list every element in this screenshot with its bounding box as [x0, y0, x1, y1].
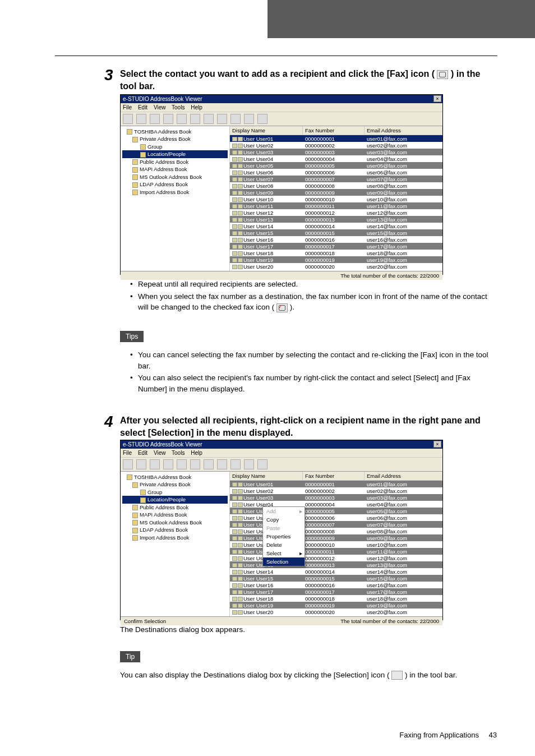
list-row[interactable]: User User160000000016user16@fax.com — [230, 582, 442, 588]
ctx-paste[interactable]: Paste — [263, 524, 305, 532]
toolbar-btn[interactable] — [136, 459, 146, 469]
tree-ms: MS Outlook Address Book — [122, 519, 228, 526]
toolbar-btn[interactable] — [244, 459, 254, 469]
toolbar-btn[interactable] — [217, 114, 227, 124]
menu-tools[interactable]: Tools — [172, 104, 185, 110]
list-row[interactable]: User User120000000012user12@fax.com — [230, 209, 442, 216]
list-row[interactable]: User User030000000003user03@fax.com — [230, 149, 442, 155]
list-row[interactable]: User User110000000011user11@fax.com — [230, 548, 442, 555]
list-row[interactable]: User User170000000017user17@fax.com — [230, 588, 442, 595]
toolbar-btn[interactable] — [150, 459, 160, 469]
col-displayname[interactable]: Display Name — [230, 472, 303, 480]
list-row[interactable]: User User060000000006user06@fax.com — [230, 514, 442, 521]
menubar[interactable]: File Edit View Tools Help — [121, 449, 442, 458]
toolbar-btn[interactable] — [257, 459, 268, 469]
list-row[interactable]: User User100000000010user10@fax.com — [230, 541, 442, 548]
toolbar-btn[interactable] — [123, 459, 133, 469]
toolbar-btn[interactable] — [123, 114, 133, 124]
list-row[interactable]: User User170000000017user17@fax.com — [230, 243, 442, 250]
list-row[interactable]: User User010000000001user01@fax.com — [230, 481, 442, 487]
fax-toolbar-icon[interactable] — [230, 114, 241, 124]
menu-help[interactable]: Help — [191, 450, 202, 456]
step-3-number: 3 — [104, 66, 113, 84]
list-row[interactable]: User User180000000018user18@fax.com — [230, 595, 442, 602]
list-row[interactable]: User User140000000014user14@fax.com — [230, 568, 442, 575]
col-email[interactable]: Email Address — [365, 472, 442, 480]
ctx-copy[interactable]: Copy — [263, 515, 305, 524]
menubar[interactable]: File Edit View Tools Help — [121, 103, 442, 112]
address-tree[interactable]: TOSHIBA Address Book Private Address Boo… — [121, 472, 230, 616]
list-row[interactable]: User User200000000020user20@fax.com — [230, 609, 442, 615]
list-row[interactable]: User User060000000006user06@fax.com — [230, 169, 442, 176]
close-icon[interactable]: × — [433, 441, 441, 448]
list-row[interactable]: User User100000000010user10@fax.com — [230, 196, 442, 202]
list-row[interactable]: User User080000000008user08@fax.com — [230, 182, 442, 189]
menu-view[interactable]: View — [154, 450, 166, 456]
fax-toolbar-icon[interactable] — [230, 459, 241, 469]
close-icon[interactable]: × — [433, 95, 441, 102]
list-row[interactable]: User User020000000002user02@fax.com — [230, 142, 442, 149]
menu-help[interactable]: Help — [191, 104, 202, 110]
contact-list[interactable]: Display Name Fax Number Email Address Us… — [230, 126, 442, 271]
ctx-add[interactable]: Add▸ — [263, 507, 305, 515]
step3-bullets: Repeat until all required recipients are… — [130, 279, 497, 314]
list-row[interactable]: User User040000000004user04@fax.com — [230, 155, 442, 162]
list-row[interactable]: User User090000000009user09@fax.com — [230, 189, 442, 196]
list-row[interactable]: User User190000000019user19@fax.com — [230, 602, 442, 609]
list-row[interactable]: User User190000000019user19@fax.com — [230, 256, 442, 263]
ctx-delete[interactable]: Delete — [263, 541, 305, 549]
ctx-selection[interactable]: Selection — [263, 557, 305, 566]
col-faxnumber[interactable]: Fax Number — [303, 126, 365, 135]
context-menu[interactable]: Add▸ Copy Paste Properties Delete Select… — [262, 506, 305, 566]
list-row[interactable]: User User160000000016user16@fax.com — [230, 236, 442, 243]
toolbar-btn[interactable] — [163, 459, 173, 469]
horizontal-rule — [55, 56, 497, 56]
list-row[interactable]: User User070000000007user07@fax.com — [230, 521, 442, 528]
list-row[interactable]: User User130000000013user13@fax.com — [230, 561, 442, 568]
list-row[interactable]: User User030000000003user03@fax.com — [230, 494, 442, 501]
address-tree[interactable]: TOSHIBA Address Book Private Address Boo… — [121, 126, 230, 271]
toolbar-btn[interactable] — [190, 114, 200, 124]
list-row[interactable]: User User050000000005user05@fax.com — [230, 162, 442, 169]
col-displayname[interactable]: Display Name — [230, 126, 303, 135]
toolbar-btn[interactable] — [204, 459, 214, 469]
list-row[interactable]: User User080000000008user08@fax.com — [230, 528, 442, 534]
list-row[interactable]: User User110000000011user11@fax.com — [230, 202, 442, 209]
list-row[interactable]: User User150000000015user15@fax.com — [230, 575, 442, 582]
list-row[interactable]: User User150000000015user15@fax.com — [230, 229, 442, 236]
contact-list[interactable]: Display Name Fax Number Email Address Us… — [230, 472, 442, 616]
toolbar-btn[interactable] — [257, 114, 268, 124]
menu-view[interactable]: View — [154, 104, 166, 110]
toolbar-btn[interactable] — [177, 459, 187, 469]
toolbar-btn[interactable] — [244, 114, 254, 124]
toolbar-btn[interactable] — [177, 114, 187, 124]
toolbar-btn[interactable] — [150, 114, 160, 124]
list-row[interactable]: User User070000000007user07@fax.com — [230, 176, 442, 182]
tip2-text: You can also display the Destinations di… — [120, 670, 497, 681]
menu-file[interactable]: File — [123, 104, 132, 110]
ctx-select[interactable]: Select▸ — [263, 549, 305, 557]
toolbar-btn[interactable] — [204, 114, 214, 124]
menu-file[interactable]: File — [123, 450, 132, 456]
list-row[interactable]: User User010000000001user01@fax.com — [230, 135, 442, 142]
toolbar-btn[interactable] — [190, 459, 200, 469]
list-row[interactable]: User User090000000009user09@fax.com — [230, 534, 442, 541]
list-row[interactable]: User User180000000018user18@fax.com — [230, 250, 442, 256]
list-row[interactable]: User User120000000012user12@fax.com — [230, 555, 442, 561]
list-row[interactable]: User User020000000002user02@fax.com — [230, 487, 442, 494]
col-faxnumber[interactable]: Fax Number — [303, 472, 365, 480]
toolbar-btn[interactable] — [217, 459, 227, 469]
list-row[interactable]: User User050000000005user05@fax.com — [230, 508, 442, 514]
menu-edit[interactable]: Edit — [138, 450, 147, 456]
ctx-properties[interactable]: Properties — [263, 532, 305, 541]
list-row[interactable]: User User130000000013user13@fax.com — [230, 216, 442, 223]
list-row[interactable]: User User200000000020user20@fax.com — [230, 263, 442, 270]
window-titlebar: e-STUDIO AddressBook Viewer × — [121, 440, 442, 449]
menu-edit[interactable]: Edit — [138, 104, 147, 110]
menu-tools[interactable]: Tools — [172, 450, 185, 456]
list-row[interactable]: User User040000000004user04@fax.com — [230, 501, 442, 508]
list-row[interactable]: User User140000000014user14@fax.com — [230, 223, 442, 229]
col-email[interactable]: Email Address — [365, 126, 442, 135]
toolbar-btn[interactable] — [136, 114, 146, 124]
toolbar-btn[interactable] — [163, 114, 173, 124]
